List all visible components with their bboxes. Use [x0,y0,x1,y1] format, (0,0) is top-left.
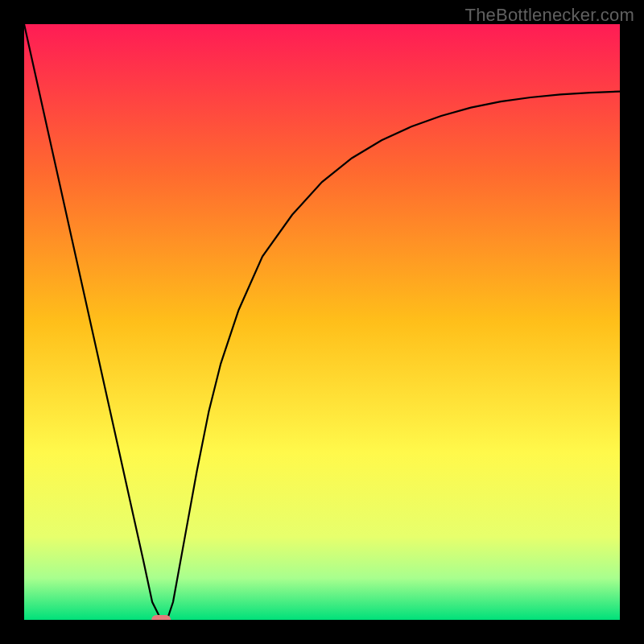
chart-svg [24,24,620,620]
chart-frame: TheBottlenecker.com [0,0,644,644]
chart-plot-area [24,24,620,620]
watermark-label: TheBottlenecker.com [465,5,634,26]
bottleneck-point-marker [151,615,171,620]
chart-background [24,24,620,620]
